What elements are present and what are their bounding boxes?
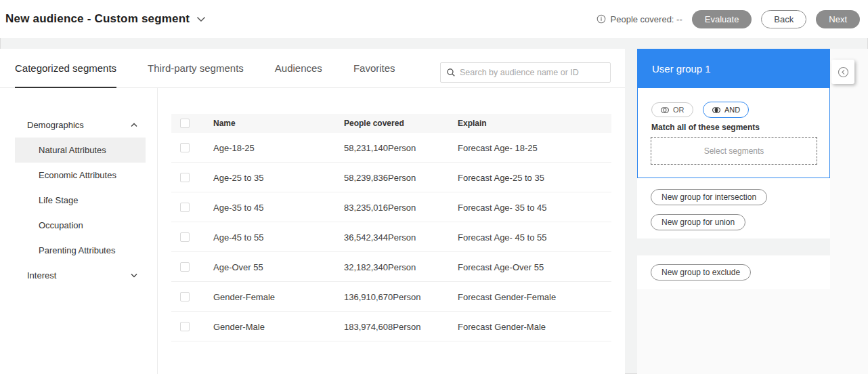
chevron-down-icon — [196, 16, 206, 22]
user-group-header: User group 1 — [637, 49, 830, 88]
exclude-group-section: New group to exclude — [637, 255, 830, 289]
cell-people-covered: 58,231,140Person — [344, 142, 416, 152]
table-row: Age-45 to 55 36,542,344Person Forecast A… — [171, 222, 611, 252]
sidebar-item-natural-attributes[interactable]: Natural Attributes — [15, 138, 146, 163]
segments-panel: Categorized segments Third-party segment… — [0, 49, 625, 374]
sidebar-item-life-stage[interactable]: Life Stage — [15, 188, 146, 213]
new-group-intersection-button[interactable]: New group for intersection — [651, 189, 767, 205]
audience-search — [440, 62, 611, 83]
cell-name: Age-Over 55 — [213, 262, 263, 272]
row-checkbox[interactable] — [180, 232, 190, 242]
or-toggle-button[interactable]: OR — [651, 102, 693, 117]
category-sidebar: Demographics Natural Attributes Economic… — [0, 112, 157, 288]
chevron-left-circle-icon — [837, 66, 850, 79]
select-all-checkbox[interactable] — [180, 119, 190, 128]
or-label: OR — [673, 106, 685, 114]
cell-people-covered: 36,542,344Person — [344, 232, 416, 242]
cell-explain: Forecast Age- 35 to 45 — [458, 202, 547, 212]
sidebar-item-label: Natural Attributes — [39, 145, 106, 155]
row-checkbox[interactable] — [180, 173, 190, 182]
table-row: Age-18-25 58,231,140Person Forecast Age-… — [171, 133, 611, 163]
tab-third-party-segments[interactable]: Third-party segments — [148, 49, 244, 88]
new-audience-page: New audience - Custom segment People cov… — [0, 0, 868, 374]
search-icon — [446, 68, 456, 77]
row-checkbox[interactable] — [180, 322, 190, 331]
user-group-section: OR AND Match all of these segments Selec… — [637, 88, 830, 238]
collapse-panel-button[interactable] — [831, 60, 854, 84]
intersection-circles-icon — [712, 106, 721, 114]
chevron-down-icon — [131, 273, 137, 278]
user-group-title: User group 1 — [652, 63, 711, 75]
sidebar-category-demographics[interactable]: Demographics — [15, 112, 146, 138]
sidebar-item-parenting-attributes[interactable]: Parenting Attributes — [15, 238, 146, 263]
cell-explain: Forecast Age- 45 to 55 — [458, 232, 547, 242]
tab-bar: Categorized segments Third-party segment… — [0, 49, 625, 88]
search-input[interactable] — [460, 68, 605, 77]
tab-audiences[interactable]: Audiences — [275, 49, 322, 88]
sidebar-item-economic-attributes[interactable]: Economic Attributes — [15, 163, 146, 188]
cell-name: Age-25 to 35 — [213, 172, 263, 182]
and-label: AND — [724, 106, 740, 114]
select-segments-dropzone[interactable]: Select segments — [651, 137, 817, 165]
select-segments-label: Select segments — [704, 146, 764, 156]
cell-explain: Forecast Age-25 to 35 — [458, 172, 544, 182]
row-checkbox[interactable] — [180, 262, 190, 272]
evaluate-button[interactable]: Evaluate — [692, 10, 752, 28]
column-header-explain: Explain — [458, 119, 487, 128]
page-title: New audience - Custom segment — [5, 12, 190, 26]
sidebar-divider — [157, 88, 158, 374]
sidebar-item-label: Economic Attributes — [39, 170, 116, 180]
table-row: Age-35 to 45 83,235,016Person Forecast A… — [171, 192, 611, 222]
sidebar-category-label: Demographics — [27, 120, 84, 130]
new-group-union-button[interactable]: New group for union — [651, 214, 745, 230]
table-row: Age-25 to 35 58,239,836Person Forecast A… — [171, 163, 611, 192]
cell-explain: Forecast Age- 18-25 — [458, 142, 538, 152]
tab-favorites[interactable]: Favorites — [353, 49, 395, 88]
table-row: Gender-Male 183,974,608Person Forecast G… — [171, 312, 611, 341]
table-header-row: Name People covered Explain — [171, 114, 611, 133]
info-icon — [596, 14, 606, 24]
tab-categorized-segments[interactable]: Categorized segments — [15, 49, 116, 88]
cell-people-covered: 58,239,836Person — [344, 172, 416, 182]
back-button[interactable]: Back — [761, 10, 806, 28]
cell-name: Gender-Male — [213, 321, 265, 331]
cell-explain: Forecast Gender-Female — [458, 291, 556, 302]
people-covered-text: People covered: -- — [611, 14, 682, 24]
sidebar-category-label: Interest — [27, 270, 56, 280]
cell-people-covered: 83,235,016Person — [344, 202, 416, 212]
union-circles-icon — [660, 106, 670, 114]
table-row: Gender-Female 136,910,670Person Forecast… — [171, 282, 611, 312]
column-header-name: Name — [213, 119, 236, 128]
cell-name: Gender-Female — [213, 291, 275, 302]
cell-explain: Forecast Gender-Male — [458, 321, 546, 331]
title-dropdown[interactable]: New audience - Custom segment — [5, 12, 206, 26]
cell-people-covered: 136,910,670Person — [344, 291, 420, 302]
table-row: Age-Over 55 32,182,340Person Forecast Ag… — [171, 252, 611, 282]
cell-name: Age-35 to 45 — [213, 202, 263, 212]
cell-name: Age-18-25 — [213, 142, 255, 152]
top-bar-actions: People covered: -- Evaluate Back Next — [596, 10, 860, 28]
sidebar-item-label: Occupation — [39, 220, 83, 230]
cell-people-covered: 183,974,608Person — [344, 321, 420, 331]
next-button[interactable]: Next — [816, 10, 860, 28]
match-segments-label: Match all of these segments — [651, 123, 760, 132]
sidebar-item-label: Life Stage — [39, 195, 79, 205]
row-checkbox[interactable] — [180, 143, 190, 152]
top-bar: New audience - Custom segment People cov… — [0, 0, 868, 38]
sidebar-category-interest[interactable]: Interest — [15, 263, 146, 288]
row-checkbox[interactable] — [180, 292, 190, 302]
right-panel-footer-area — [637, 289, 868, 374]
cell-people-covered: 32,182,340Person — [344, 262, 416, 272]
cell-name: Age-45 to 55 — [213, 232, 263, 242]
row-checkbox[interactable] — [180, 203, 190, 212]
segments-table: Name People covered Explain Age-18-25 58… — [171, 114, 611, 341]
new-group-exclude-button[interactable]: New group to exclude — [651, 264, 751, 280]
and-toggle-button[interactable]: AND — [703, 102, 749, 118]
people-covered-status: People covered: -- — [596, 14, 682, 24]
user-group-card: OR AND Match all of these segments Selec… — [637, 88, 830, 178]
sidebar-item-label: Parenting Attributes — [39, 245, 115, 255]
column-header-people-covered: People covered — [344, 119, 404, 128]
chevron-up-icon — [131, 123, 137, 127]
cell-explain: Forecast Age-Over 55 — [458, 262, 544, 272]
sidebar-item-occupation[interactable]: Occupation — [15, 213, 146, 238]
